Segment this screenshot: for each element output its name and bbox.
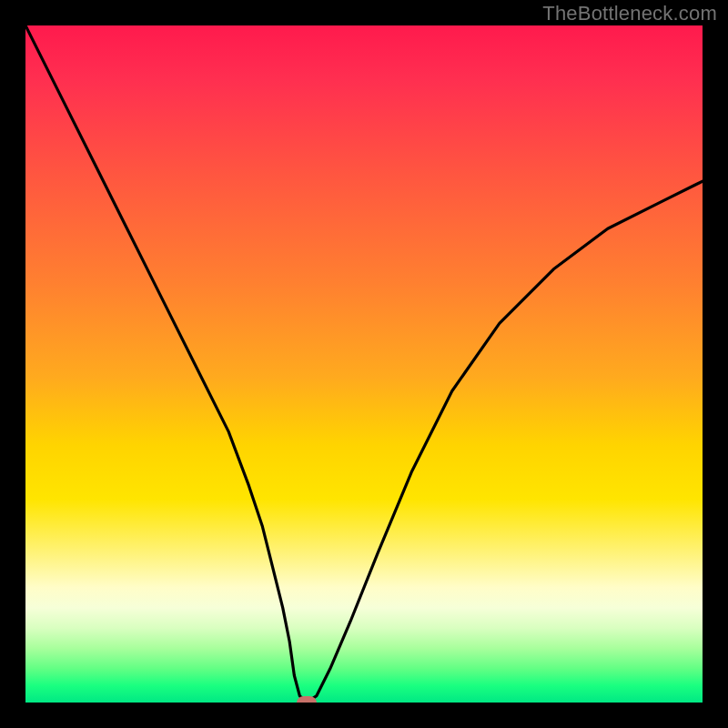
watermark-text: TheBottleneck.com [542,2,717,25]
plot-area [25,25,703,703]
curve-path [25,25,703,703]
minimum-marker [297,696,317,703]
chart-frame: TheBottleneck.com [0,0,728,728]
bottleneck-curve [25,25,703,703]
